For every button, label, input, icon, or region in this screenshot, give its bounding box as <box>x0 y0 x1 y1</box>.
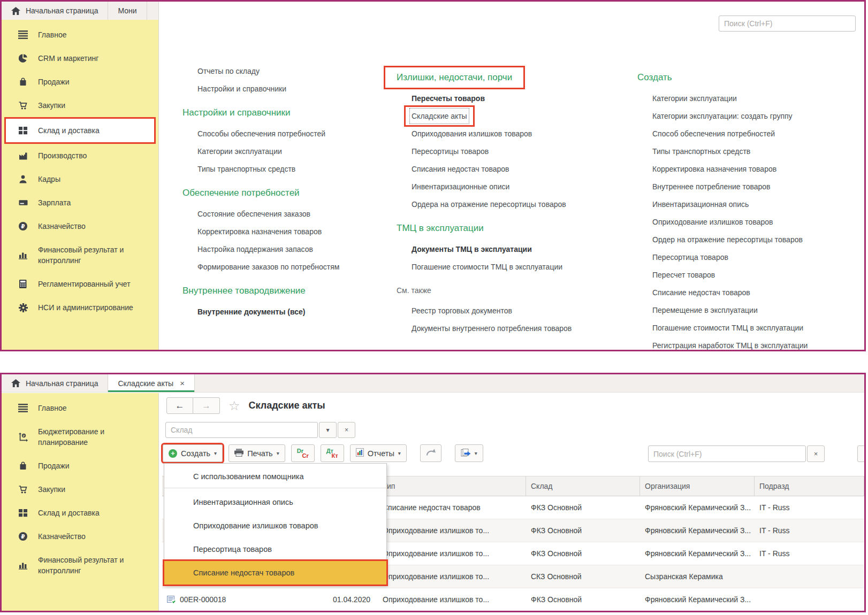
menu-item[interactable]: Состояние обеспечения заказов <box>197 208 310 220</box>
column-header[interactable]: Склад <box>526 476 640 496</box>
column-header[interactable]: Тип <box>378 476 526 496</box>
search-input[interactable] <box>719 16 856 32</box>
menu-item[interactable]: Ордера на отражение пересортицы товаров <box>412 198 566 210</box>
menu-item[interactable]: Излишки, недостачи, порчи <box>397 71 512 84</box>
sidebar-item[interactable]: Продажи <box>2 70 158 94</box>
forward-button[interactable]: → <box>193 397 220 414</box>
menu-item[interactable]: Внутренние документы (все) <box>197 306 305 318</box>
menu-item[interactable]: Реестр торговых документов <box>412 305 512 317</box>
menu-item[interactable]: Внутреннее товародвижение <box>182 285 306 297</box>
menu-item[interactable]: Настройка поддержания запасов <box>197 243 313 255</box>
menu-item[interactable]: Погашение стоимости ТМЦ в эксплуатации <box>652 322 803 334</box>
menu-item[interactable]: См. также <box>397 285 431 296</box>
menu-item[interactable]: Категории эксплуатации <box>652 93 737 104</box>
menu-item[interactable]: Списания недостач товаров <box>412 163 509 175</box>
sidebar-item[interactable]: Финансовый результат и контроллинг <box>2 548 158 582</box>
menu-item[interactable]: Пересчет товаров <box>652 269 715 281</box>
sidebar-item[interactable]: НСИ и администрирование <box>2 296 158 319</box>
sidebar-item[interactable]: Склад и доставка <box>2 501 158 525</box>
menu-item[interactable]: Инвентаризационная опись <box>652 198 749 210</box>
menu-item[interactable]: Внутреннее потребление товаров <box>652 181 771 193</box>
menu-item[interactable]: Корректировка назначения товаров <box>197 226 322 237</box>
menu-item[interactable]: Формирование заказов по потребностям <box>197 261 339 273</box>
menu-item[interactable]: Типы транспортных средств <box>652 145 750 157</box>
menu-item[interactable]: ТМЦ в эксплуатации <box>397 222 484 235</box>
sidebar-item[interactable]: Закупки <box>2 94 158 117</box>
menu-item[interactable]: Настройки и справочники <box>182 106 291 119</box>
export-button[interactable]: ▾ <box>455 444 483 462</box>
sidebar-item[interactable]: ₽ Бюджетирование и планирование <box>2 420 158 454</box>
doc-date: 01.04.2020 <box>279 588 378 611</box>
sidebar-item[interactable]: Кадры <box>2 167 158 191</box>
menu-item[interactable]: Способы обеспечения потребностей <box>197 128 325 140</box>
tab[interactable]: Мони × <box>108 2 147 20</box>
search-input[interactable] <box>648 445 806 462</box>
menu-item[interactable]: Пересчеты товаров <box>412 93 485 104</box>
cart-icon <box>18 485 28 494</box>
create-menu-item[interactable]: С использованием помощника <box>164 465 386 488</box>
menu-item[interactable]: Списание недостач товаров <box>652 287 750 298</box>
column-header[interactable]: Подразд <box>755 476 864 496</box>
menu-item[interactable]: Пересортицы товаров <box>412 145 489 157</box>
sidebar-item[interactable]: ₽ Казначейство <box>2 214 158 238</box>
menu-item[interactable]: Настройки и справочники <box>197 83 286 95</box>
create-button[interactable]: + Создать ▾ <box>163 444 223 462</box>
favorite-star-icon[interactable]: ☆ <box>229 399 240 412</box>
menu-item[interactable]: Перемещение в эксплуатации <box>652 304 758 316</box>
create-menu-item[interactable]: Инвентаризационная опись <box>164 490 386 514</box>
sidebar-item[interactable]: CRM и маркетинг <box>2 47 158 70</box>
menu-item[interactable]: Типы транспортных средств <box>197 163 295 175</box>
menu-item[interactable]: Складские акты <box>412 110 467 122</box>
sidebar-item[interactable]: Закупки <box>2 478 158 501</box>
doc-warehouse: ФКЗ Основной <box>526 588 640 611</box>
menu-item[interactable]: Документы внутреннего потребления товаро… <box>412 322 572 334</box>
sidebar-item[interactable]: Зарплата <box>2 191 158 214</box>
menu-item[interactable]: Категории эксплуатации <box>197 145 282 157</box>
drcr-button[interactable]: DrCr <box>291 444 315 462</box>
menu-item[interactable]: Погашение стоимости ТМЦ в эксплуатации <box>412 261 562 273</box>
warehouse-filter-input[interactable] <box>165 422 318 438</box>
reports-button[interactable]: Отчеты ▾ <box>350 444 407 462</box>
menu-item[interactable]: Регистрация наработок ТМЦ в эксплуатации <box>652 340 808 350</box>
menu-item[interactable]: Отчеты по складу <box>197 65 260 77</box>
post-document-button[interactable] <box>420 444 441 462</box>
filter-dropdown-button[interactable]: ▾ <box>319 422 337 438</box>
sidebar-item[interactable]: Склад и доставка <box>4 117 156 144</box>
print-button[interactable]: Печать ▾ <box>229 444 285 462</box>
sidebar-item[interactable]: ₽ Казначейство <box>2 525 158 548</box>
back-button[interactable]: ← <box>166 397 193 414</box>
column-header[interactable]: Организация <box>640 476 755 496</box>
create-menu-item[interactable]: Пересортица товаров <box>164 537 386 561</box>
more-button[interactable] <box>857 445 864 462</box>
menu-item[interactable]: Оприходование излишков товаров <box>652 216 773 228</box>
sidebar-item[interactable]: Продажи <box>2 454 158 478</box>
tab[interactable]: Начальная страница × <box>2 374 108 392</box>
tab[interactable]: Начальная страница × <box>2 2 108 20</box>
filter-clear-button[interactable]: × <box>338 422 355 438</box>
close-tab-icon[interactable]: × <box>180 379 185 388</box>
menu-item[interactable]: Пересортица товаров <box>652 251 728 263</box>
sidebar-item[interactable]: Производство <box>2 144 158 167</box>
menu-item[interactable]: Категории эксплуатации: создать группу <box>652 110 793 122</box>
menu-item[interactable]: Ордер на отражение пересортицы товаров <box>652 234 803 245</box>
tab-bar: Начальная страница × Мони × <box>2 2 158 20</box>
menu-item[interactable]: Создать <box>637 71 672 84</box>
search-clear-button[interactable]: × <box>807 445 825 462</box>
card-icon <box>18 199 28 206</box>
menu-item[interactable]: Обеспечение потребностей <box>182 187 300 199</box>
menu-item[interactable]: Документы ТМЦ в эксплуатации <box>412 243 532 255</box>
menu-item[interactable]: Инвентаризационные описи <box>412 181 509 193</box>
dtkt-button[interactable]: ДтКт <box>321 444 344 462</box>
export-icon <box>461 449 471 458</box>
table-row[interactable]: 00ER-000018 01.04.2020 Оприходование изл… <box>162 588 864 611</box>
menu-item[interactable]: Способ обеспечения потребностей <box>652 128 775 140</box>
create-menu-item[interactable]: Оприходование излишков товаров <box>164 514 386 537</box>
menu-item[interactable]: Оприходования излишков товаров <box>412 128 532 140</box>
sidebar-item[interactable]: Главное <box>2 396 158 420</box>
tab[interactable]: Складские акты × <box>108 374 194 392</box>
create-menu-item[interactable]: Списание недостач товаров <box>164 561 386 585</box>
sidebar-item[interactable]: Финансовый результат и контроллинг <box>2 238 158 272</box>
menu-item[interactable]: Корректировка назначения товаров <box>652 163 776 175</box>
sidebar-item[interactable]: Главное <box>2 23 158 47</box>
sidebar-item[interactable]: Регламентированный учет <box>2 272 158 296</box>
